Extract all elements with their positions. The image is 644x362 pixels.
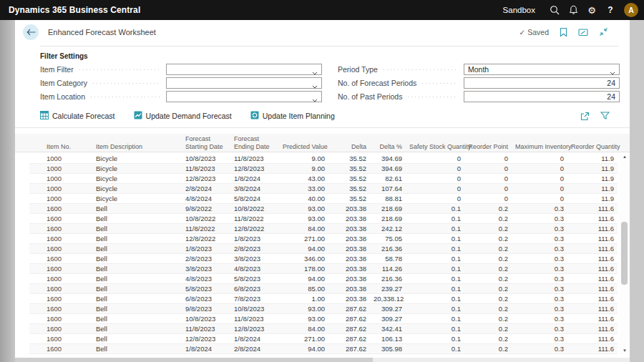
cell-10-5[interactable]: 203.38 [328, 253, 370, 263]
cell-13-3[interactable]: 6/8/2023 [230, 283, 279, 293]
cell-19-3[interactable]: 2/8/2024 [230, 343, 279, 353]
table-row[interactable]: 1000Bicycle11/8/202312/8/20239.0035.5239… [29, 163, 618, 173]
cell-0-2[interactable]: 10/8/2023 [182, 154, 230, 164]
vertical-scroll-thumb[interactable] [621, 222, 628, 285]
cell-7-6[interactable]: 242.12 [370, 223, 406, 233]
cell-11-9[interactable]: 0.3 [512, 263, 567, 273]
cell-17-5[interactable]: 287.62 [328, 323, 370, 333]
cell-9-6[interactable]: 216.36 [370, 243, 406, 253]
cell-3-1[interactable]: Bicycle [92, 183, 182, 193]
cell-14-1[interactable]: Bell [92, 293, 182, 303]
cell-11-1[interactable]: Bell [92, 263, 182, 273]
cell-4-7[interactable]: 0 [406, 193, 464, 203]
cell-0-6[interactable]: 394.69 [370, 154, 406, 164]
cell-5-5[interactable]: 203.38 [328, 203, 370, 213]
cell-15-10[interactable]: 111.6 [567, 303, 618, 313]
period-type-select[interactable]: Month [464, 64, 620, 75]
cell-9-3[interactable]: 2/8/2023 [230, 243, 279, 253]
cell-15-5[interactable]: 287.62 [328, 303, 370, 313]
past-periods-input[interactable] [464, 91, 620, 102]
cell-0-0[interactable]: 1000 [29, 154, 92, 164]
column-header-forecast-ending-date[interactable]: Forecast Ending Date [230, 134, 279, 154]
table-row[interactable]: 1600Bell4/8/20235/8/202394.00203.38216.3… [29, 273, 618, 283]
cell-15-3[interactable]: 10/8/2023 [230, 303, 279, 313]
cell-19-1[interactable]: Bell [92, 343, 182, 353]
table-row[interactable]: 1600Bell11/8/202312/8/202384.00287.62342… [29, 323, 618, 333]
table-row[interactable]: 1600Bell6/8/20237/8/20231.00203.3820,338… [29, 293, 618, 303]
cell-9-10[interactable]: 111.6 [567, 243, 618, 253]
cell-15-4[interactable]: 93.00 [279, 303, 328, 313]
cell-18-8[interactable]: 0.2 [464, 333, 512, 343]
cell-12-6[interactable]: 216.36 [370, 273, 406, 283]
cell-14-0[interactable]: 1600 [29, 293, 92, 303]
cell-2-3[interactable]: 1/8/2024 [230, 173, 279, 183]
cell-11-2[interactable]: 3/8/2023 [182, 263, 230, 273]
cell-14-5[interactable]: 203.38 [328, 293, 370, 303]
cell-9-0[interactable]: 1600 [29, 243, 92, 253]
cell-10-6[interactable]: 58.78 [370, 253, 406, 263]
cell-12-0[interactable]: 1600 [29, 273, 92, 283]
cell-16-8[interactable]: 0.2 [464, 313, 512, 323]
cell-4-2[interactable]: 4/8/2024 [182, 193, 230, 203]
cell-19-7[interactable]: 0.1 [406, 343, 464, 353]
cell-3-0[interactable]: 1000 [29, 183, 92, 193]
cell-12-3[interactable]: 5/8/2023 [230, 273, 279, 283]
cell-17-4[interactable]: 84.00 [279, 323, 328, 333]
cell-16-9[interactable]: 0.3 [512, 313, 567, 323]
cell-14-10[interactable]: 111.6 [567, 293, 618, 303]
table-row[interactable]: 1600Bell10/8/202211/8/202293.00203.38218… [29, 213, 618, 223]
cell-10-4[interactable]: 346.00 [279, 253, 328, 263]
cell-2-2[interactable]: 12/8/2023 [182, 173, 230, 183]
cell-1-6[interactable]: 394.69 [370, 163, 406, 173]
forecast-periods-input[interactable] [464, 77, 620, 89]
cell-17-3[interactable]: 12/8/2023 [230, 323, 279, 333]
cell-16-4[interactable]: 93.00 [279, 313, 328, 323]
back-button[interactable] [23, 24, 39, 40]
cell-17-10[interactable]: 111.6 [567, 323, 618, 333]
table-row[interactable]: 1600Bell12/8/20231/8/2024271.00287.62106… [29, 333, 618, 343]
cell-19-4[interactable]: 94.00 [279, 343, 328, 353]
cell-6-5[interactable]: 203.38 [328, 213, 370, 223]
cell-15-8[interactable]: 0.2 [464, 303, 512, 313]
cell-2-5[interactable]: 35.52 [328, 173, 370, 183]
cell-9-1[interactable]: Bell [92, 243, 182, 253]
column-header-reorder-quantity[interactable]: Reorder Quantity [567, 134, 618, 154]
cell-8-3[interactable]: 1/8/2023 [230, 233, 279, 243]
cell-6-9[interactable]: 0.3 [512, 213, 567, 223]
cell-16-3[interactable]: 11/8/2023 [230, 313, 279, 323]
search-icon[interactable] [545, 0, 564, 20]
cell-11-4[interactable]: 178.00 [279, 263, 328, 273]
cell-8-8[interactable]: 0.2 [464, 233, 512, 243]
share-icon[interactable] [580, 112, 590, 121]
cell-11-7[interactable]: 0.1 [406, 263, 464, 273]
cell-5-4[interactable]: 93.00 [279, 203, 328, 213]
alerts-bell-icon[interactable] [564, 0, 582, 20]
cell-1-3[interactable]: 12/8/2023 [230, 163, 279, 173]
cell-13-2[interactable]: 5/8/2023 [182, 283, 230, 293]
cell-8-10[interactable]: 111.6 [567, 233, 618, 243]
cell-15-7[interactable]: 0.1 [406, 303, 464, 313]
cell-16-0[interactable]: 1600 [29, 313, 92, 323]
cell-6-7[interactable]: 0.1 [406, 213, 464, 223]
cell-7-3[interactable]: 12/8/2022 [230, 223, 279, 233]
cell-12-4[interactable]: 94.00 [279, 273, 328, 283]
cell-5-10[interactable]: 111.6 [567, 203, 618, 213]
cell-6-2[interactable]: 10/8/2022 [182, 213, 230, 223]
cell-4-4[interactable]: 40.00 [279, 193, 328, 203]
cell-1-4[interactable]: 9.00 [279, 163, 328, 173]
cell-6-10[interactable]: 111.6 [567, 213, 618, 223]
user-avatar[interactable]: A [624, 3, 638, 17]
cell-4-5[interactable]: 35.52 [328, 193, 370, 203]
table-row[interactable]: 1000Bicycle10/8/202311/8/20239.0035.5239… [29, 154, 618, 164]
cell-5-2[interactable]: 9/8/2022 [182, 203, 230, 213]
cell-10-3[interactable]: 3/8/2023 [230, 253, 279, 263]
cell-2-8[interactable]: 0 [464, 173, 512, 183]
cell-2-9[interactable]: 0 [512, 173, 567, 183]
cell-3-4[interactable]: 33.00 [279, 183, 328, 193]
cell-17-8[interactable]: 0.2 [464, 323, 512, 333]
cell-1-9[interactable]: 0 [512, 163, 567, 173]
column-header-safety-stock-quantity[interactable]: Safety Stock Quantity [406, 134, 464, 154]
cell-12-8[interactable]: 0.2 [464, 273, 512, 283]
calculate-forecast-button[interactable]: Calculate Forecast [40, 111, 115, 121]
cell-4-10[interactable]: 11.9 [567, 193, 618, 203]
